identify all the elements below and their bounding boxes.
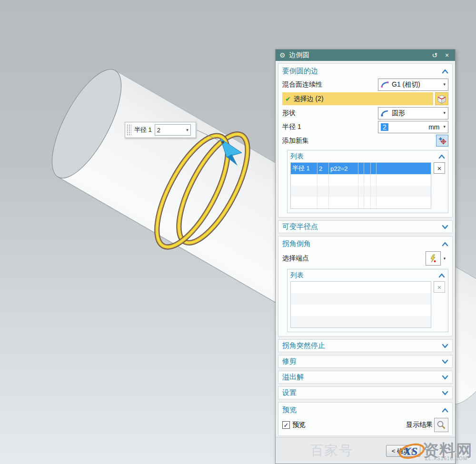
list-cell: 半径 1 (291, 163, 317, 174)
continuity-label: 混合面连续性 (282, 80, 322, 89)
radius-value: 2 (381, 123, 388, 131)
chevron-down-icon[interactable] (442, 391, 448, 395)
chevron-down-icon[interactable] (442, 375, 448, 380)
chevron-up-icon[interactable] (442, 408, 448, 413)
reset-button[interactable]: ↺ (430, 51, 439, 59)
ok-button[interactable]: < 确定 > (386, 445, 420, 457)
shape-label: 形状 (282, 109, 296, 118)
body-select-button[interactable] (435, 92, 448, 105)
onscreen-radius-input[interactable]: 半径 1 2 ▾ (125, 122, 196, 138)
edge-list-empty-row[interactable] (291, 197, 431, 208)
corner-list-group: 列表 × (287, 269, 448, 332)
chevron-up-icon[interactable] (438, 273, 445, 278)
dialog-footer: < 确定 > (276, 437, 455, 464)
drag-grip[interactable] (126, 124, 131, 136)
corner-list-empty-row[interactable] (291, 316, 431, 327)
corner-list-empty-row[interactable] (291, 305, 431, 316)
edge-list-area: 半径 1 2 p22=2 (290, 162, 445, 209)
dialog-title: 边倒圆 (289, 51, 309, 59)
point-select-caret[interactable]: ▾ (441, 251, 448, 266)
radius-row: 半径 1 2 mm ▾ (282, 120, 448, 134)
gear-icon: ⚙ (279, 51, 286, 59)
chevron-down-icon[interactable] (442, 344, 448, 348)
edge-list-title: 列表 (290, 152, 304, 161)
corner-list-empty-row[interactable] (291, 282, 431, 293)
show-result-label: 显示结果 (406, 421, 433, 429)
select-point-button[interactable]: ▾ (426, 251, 448, 266)
section-preview: 预览 ✓ 预览 显示结果 (278, 402, 453, 436)
edge-blend-dialog: ⚙ 边倒圆 ↺ × 要倒圆的边 混合面连续性 G1 (相切) (275, 49, 456, 464)
preview-checkbox[interactable]: ✓ (282, 421, 290, 429)
section-settings[interactable]: 设置 (278, 386, 453, 399)
select-edge-row: ✔ 选择边 (2) (282, 92, 448, 105)
edge-list-header[interactable]: 列表 (290, 150, 445, 162)
shape-circular-icon (381, 110, 389, 117)
section-corner-stop-title: 拐角突然停止 (282, 341, 325, 350)
caret-down-icon: ▾ (443, 111, 446, 115)
section-trim[interactable]: 修剪 (278, 355, 453, 368)
section-edges-title: 要倒圆的边 (282, 67, 318, 76)
section-corner-title: 拐角倒角 (282, 239, 311, 248)
add-new-set-icon (438, 137, 446, 145)
chevron-down-icon[interactable] (442, 359, 448, 364)
check-icon: ✔ (285, 95, 291, 103)
list-cell (371, 163, 377, 174)
select-point-row: 选择端点 ▾ (282, 250, 448, 267)
select-point-label: 选择端点 (282, 254, 309, 263)
list-cell (377, 163, 431, 174)
corner-list-title: 列表 (290, 271, 304, 280)
section-edges-header[interactable]: 要倒圆的边 (282, 65, 448, 78)
corner-list-header[interactable]: 列表 (290, 269, 445, 281)
chevron-up-icon[interactable] (442, 69, 448, 74)
section-overflow-title: 溢出解 (282, 373, 304, 382)
select-edge-item[interactable]: ✔ 选择边 (2) (282, 92, 433, 105)
close-button[interactable]: × (443, 51, 451, 59)
caret-down-icon: ▾ (444, 257, 446, 261)
preview-row: ✓ 预览 显示结果 (282, 416, 448, 434)
edge-list-selected-row[interactable]: 半径 1 2 p22=2 (291, 163, 431, 174)
chevron-up-icon[interactable] (442, 242, 448, 247)
radius-input[interactable]: 2 mm ▾ (378, 121, 448, 133)
radius-label: 半径 1 (282, 123, 301, 131)
section-corner-stop[interactable]: 拐角突然停止 (278, 339, 453, 352)
add-new-set-button[interactable] (436, 135, 448, 147)
section-settings-title: 设置 (282, 388, 297, 397)
section-corner-header[interactable]: 拐角倒角 (282, 237, 448, 250)
remove-list-item-button[interactable]: × (434, 162, 445, 174)
add-set-row: 添加新集 (282, 134, 448, 148)
corner-list-table[interactable] (290, 281, 431, 328)
caret-down-icon[interactable]: ▾ (186, 128, 188, 132)
list-cell: 2 (317, 163, 329, 174)
cube-icon (436, 94, 447, 104)
corner-list-empty-row[interactable] (291, 293, 431, 305)
point-select-main[interactable] (426, 251, 441, 266)
dialog-titlebar[interactable]: ⚙ 边倒圆 ↺ × (276, 49, 455, 61)
list-cell (358, 163, 364, 174)
shape-value: 圆形 (392, 109, 405, 118)
edge-list-table[interactable]: 半径 1 2 p22=2 (290, 162, 431, 209)
remove-list-item-button-disabled: × (434, 281, 445, 293)
section-corner-blend: 拐角倒角 选择端点 ▾ (278, 236, 453, 336)
section-preview-header[interactable]: 预览 (282, 404, 448, 416)
chevron-down-icon[interactable] (442, 225, 448, 229)
onscreen-radius-field[interactable]: 2 ▾ (155, 124, 191, 136)
chevron-up-icon[interactable] (438, 154, 445, 159)
continuity-dropdown[interactable]: G1 (相切) ▾ (378, 79, 448, 91)
section-overflow[interactable]: 溢出解 (278, 371, 453, 384)
dialog-body: 要倒圆的边 混合面连续性 G1 (相切) ▾ ✔ 选 (276, 61, 455, 437)
show-result-button[interactable] (434, 418, 448, 432)
shape-row: 形状 圆形 ▾ (282, 106, 448, 120)
onscreen-radius-value: 2 (157, 127, 160, 134)
continuity-row: 混合面连续性 G1 (相切) ▾ (282, 78, 448, 91)
list-cell (364, 163, 371, 174)
caret-down-icon[interactable]: ▾ (443, 125, 446, 129)
edge-list-empty-row[interactable] (291, 186, 431, 197)
select-edge-label: 选择边 (2) (294, 95, 324, 103)
shape-dropdown[interactable]: 圆形 ▾ (378, 107, 448, 119)
edge-list-empty-row[interactable] (291, 174, 431, 186)
show-result-group: 显示结果 (406, 418, 448, 432)
section-preview-title: 预览 (282, 405, 297, 415)
list-cell: p22=2 (329, 163, 358, 174)
section-variable-radius[interactable]: 可变半径点 (278, 220, 453, 233)
section-variable-radius-title: 可变半径点 (282, 222, 318, 231)
